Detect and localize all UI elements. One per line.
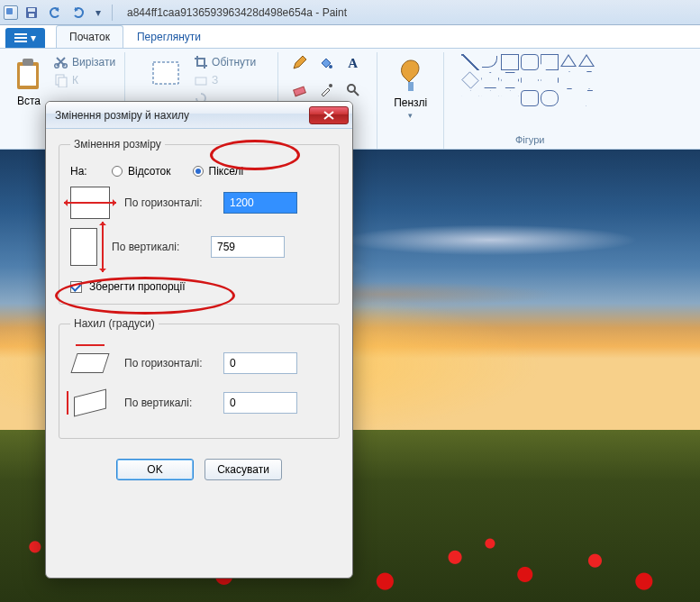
shape-polygon[interactable] [541, 54, 559, 70]
shape-callout-cloud[interactable] [541, 90, 559, 106]
select-icon [148, 57, 184, 93]
fill-tool[interactable] [316, 54, 336, 72]
vertical-icon [70, 228, 97, 266]
picker-tool[interactable] [316, 81, 336, 99]
shape-hexagon[interactable] [501, 72, 519, 88]
brushes-label: Пензлі [394, 96, 427, 109]
svg-rect-2 [29, 14, 34, 17]
radio-pixels-label: Пікселі [209, 165, 244, 178]
save-icon [25, 6, 38, 19]
svg-line-19 [354, 91, 359, 96]
app-name: Paint [323, 6, 347, 19]
group-label-shapes: Фігури [515, 134, 544, 147]
resize-horiz-label: По горизонталі: [124, 196, 223, 210]
resize-icon [194, 73, 208, 87]
eraser-icon [292, 83, 306, 97]
fill-icon [319, 56, 333, 70]
tab-home[interactable]: Початок [56, 25, 123, 48]
shape-right-triangle[interactable] [578, 54, 595, 67]
file-menu-button[interactable]: ▾ [5, 28, 45, 48]
skew-horiz-input[interactable] [223, 352, 297, 374]
crop-button[interactable]: Обітнути [192, 54, 258, 70]
svg-rect-3 [14, 33, 27, 35]
skew-legend: Нахил (градуси) [70, 317, 159, 330]
radio-icon [193, 166, 204, 177]
shape-round-rect[interactable] [521, 54, 539, 70]
checkbox-icon [70, 281, 82, 293]
paste-label: Вста [17, 95, 41, 107]
redo-icon [72, 6, 85, 19]
copy-label: К [72, 74, 78, 87]
svg-rect-4 [14, 37, 27, 39]
shape-arrow-right[interactable] [521, 72, 539, 88]
select-button[interactable] [145, 54, 186, 96]
shape-line[interactable] [461, 54, 479, 70]
shape-callout-round[interactable] [521, 90, 539, 106]
shape-star4[interactable] [461, 90, 479, 106]
svg-point-18 [348, 85, 355, 92]
skew-vert-label: По вертикалі: [124, 397, 223, 410]
chevron-down-icon: ▾ [408, 111, 413, 120]
dialog-title: Змінення розміру й нахилу [55, 109, 189, 122]
magnifier-tool[interactable] [343, 81, 363, 99]
resize-button[interactable]: З [192, 72, 258, 88]
shape-star5[interactable] [481, 90, 499, 106]
copy-button[interactable]: К [52, 72, 117, 88]
shape-arrow-down[interactable] [581, 71, 597, 89]
magnifier-icon [346, 83, 360, 97]
cut-label: Вирізати [72, 56, 115, 68]
resize-horiz-input[interactable] [223, 192, 297, 214]
svg-rect-14 [195, 78, 206, 85]
resize-vert-input[interactable] [211, 236, 285, 258]
keep-aspect-checkbox[interactable]: Зберегти пропорції [70, 280, 185, 293]
shape-arrow-up[interactable] [561, 71, 577, 89]
radio-icon [112, 166, 123, 177]
cut-icon [54, 55, 68, 69]
resize-group: Змінення розміру На: Відсоток Пікселі По… [59, 138, 340, 305]
skew-group: Нахил (градуси) По горизонталі: По верти… [59, 317, 340, 439]
skew-horiz-label: По горизонталі: [124, 357, 223, 370]
resize-legend: Змінення розміру [70, 138, 165, 150]
close-icon [323, 111, 334, 120]
shape-diamond[interactable] [461, 71, 478, 88]
shape-arrow-left[interactable] [541, 72, 559, 88]
ok-button[interactable]: OK [116, 459, 194, 480]
eraser-tool[interactable] [289, 81, 309, 99]
radio-percent[interactable]: Відсоток [112, 165, 171, 178]
picker-icon [319, 83, 333, 97]
crop-icon [194, 55, 208, 69]
text-icon: A [348, 56, 358, 71]
shape-rect[interactable] [501, 54, 519, 70]
radio-pixels[interactable]: Пікселі [193, 165, 244, 178]
cancel-button[interactable]: Скасувати [205, 459, 282, 480]
cut-button[interactable]: Вирізати [52, 54, 117, 70]
shape-curve[interactable] [481, 54, 499, 70]
by-label: На: [70, 165, 112, 178]
dialog-titlebar[interactable]: Змінення розміру й нахилу [46, 102, 352, 129]
shape-triangle[interactable] [560, 54, 577, 67]
crop-label: Обітнути [212, 56, 256, 68]
pencil-tool[interactable] [289, 54, 309, 72]
qat-customize-button[interactable]: ▾ [92, 4, 105, 22]
svg-rect-5 [14, 41, 27, 42]
shape-heart[interactable] [560, 90, 578, 106]
paste-button[interactable]: Вста [11, 54, 47, 110]
copy-icon [54, 73, 68, 87]
tab-view[interactable]: Переглянути [123, 25, 214, 48]
shape-lightning[interactable] [580, 90, 598, 106]
skew-vert-input[interactable] [223, 392, 297, 414]
qat-undo-button[interactable] [45, 4, 65, 22]
dialog-close-button[interactable] [309, 106, 349, 124]
brushes-button[interactable]: Пензлі ▾ [390, 54, 432, 123]
ribbon-group-brushes: Пензлі ▾ [377, 52, 444, 149]
qat-save-button[interactable] [22, 4, 41, 22]
chevron-down-icon: ▾ [31, 32, 36, 44]
ribbon-group-shapes: Фігури [444, 52, 615, 149]
shape-star6[interactable] [501, 90, 519, 106]
shape-pentagon[interactable] [481, 72, 499, 88]
shapes-gallery[interactable] [461, 54, 598, 106]
qat-redo-button[interactable] [68, 4, 88, 22]
text-tool[interactable]: A [343, 54, 363, 72]
skew-horizontal-icon [70, 348, 110, 379]
svg-point-17 [329, 84, 332, 87]
